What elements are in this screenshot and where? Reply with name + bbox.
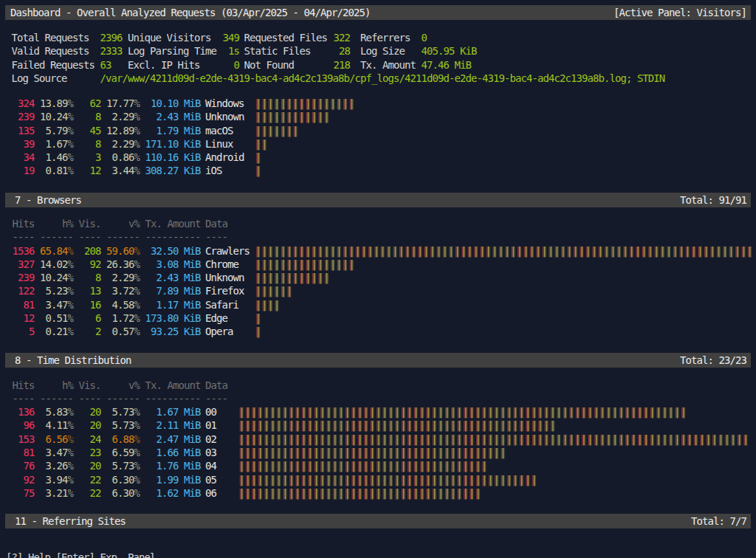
percent-sign: % [134,97,140,109]
hits-cell: 5 [12,325,35,338]
data-label: Opera [205,325,233,338]
visitors-percent-cell: 6.59% [106,446,140,459]
percent-sign: % [134,245,140,257]
footer-shortcuts: [?] Help [Enter] Exp. Panel [6,551,155,558]
visitors-percent-cell: 59.60% [106,244,140,258]
summary-label: Log Parsing Time [128,44,216,58]
visitors-cell: 6 [78,311,101,325]
percent-sign: % [68,474,74,486]
summary-value: 63 [100,58,111,72]
percent-sign: % [134,326,140,337]
referring-sites-panel-header[interactable]: 11 - Referring Sites Total: 7/7 [5,514,751,528]
summary-value: 2396 [100,31,123,44]
hits-cell: 324 [12,97,35,110]
summary-value: 218 [333,58,351,72]
percent-sign: % [68,97,74,109]
data-label: 00 [205,405,216,418]
visitors-cell: 62 [78,97,101,110]
hits-cell: 76 [12,459,35,472]
hits-percent-cell: 3.26% [39,459,73,472]
percent-sign: % [68,125,74,137]
hits-bar: ||||||||||||||||||||||||||||||||||||||||… [238,405,687,418]
hits-cell: 96 [12,418,35,432]
tx-amount-cell: 110.16 KiB [145,151,201,164]
visitors-cell: 20 [78,459,101,472]
tx-amount-cell: 2.43 MiB [145,271,201,284]
percent-sign: % [68,487,74,499]
data-label: iOS [205,164,222,177]
hits-cell: 153 [12,433,35,446]
panel-title: 11 - Referring Sites [15,514,126,528]
col-header-tx-amount: Tx. Amount [145,217,201,230]
tx-amount-cell: 10.10 MiB [145,97,201,110]
tx-amount-cell: 1.79 MiB [145,124,201,137]
hits-percent-cell: 14.02% [39,258,73,271]
percent-sign: % [134,258,140,270]
hits-bar: || [255,137,268,151]
visitors-cell: 208 [78,244,101,258]
tx-amount-cell: 1.66 MiB [145,446,201,459]
percent-sign: % [68,165,74,176]
col-header-tx-amount: ---------- [145,392,201,405]
hits-cell: 239 [12,110,35,123]
col-header-hits: ---- [12,230,35,244]
percent-sign: % [68,299,74,311]
hits-cell: 34 [12,151,35,164]
data-label: 04 [205,459,216,472]
browsers-panel-header[interactable]: 7 - Browsers Total: 91/91 [5,193,751,207]
col-header-vpct: v% [106,217,140,230]
percent-sign: % [134,125,140,137]
percent-sign: % [134,285,140,297]
tx-amount-cell: 2.47 MiB [145,433,201,446]
hits-bar: ||||||||||||||||||||||||||||||||||||||| [238,486,481,500]
hits-bar: |||| [255,298,281,311]
hits-cell: 75 [12,486,35,500]
col-header-visitors: ---- [78,392,101,405]
summary-value: /var/www/4211d09d-e2de-4319-bac4-ad4c2c1… [100,72,665,85]
hits-percent-cell: 13.89% [39,97,73,110]
data-label: Android [205,151,244,164]
percent-sign: % [68,406,74,418]
percent-sign: % [134,165,140,176]
percent-sign: % [68,447,74,458]
summary-label: Total Requests [12,31,89,44]
data-label: Crawlers [205,244,250,258]
percent-sign: % [134,433,140,445]
data-label: 06 [205,486,216,500]
data-label: 02 [205,433,216,446]
hits-bar: | [255,325,261,338]
goaccess-dashboard: Dashboard - Overall Analyzed Requests (0… [0,0,756,558]
data-label: Safari [205,298,238,311]
percent-sign: % [68,272,74,283]
time-distribution-panel-header[interactable]: 8 - Time Distribution Total: 23/23 [5,353,751,368]
visitors-percent-cell: 12.89% [106,124,140,137]
visitors-cell: 22 [78,486,101,500]
hits-bar: | [255,311,261,325]
summary-label: Failed Requests [12,58,94,72]
summary-label: Log Size [360,44,405,58]
tx-amount-cell: 1.76 MiB [145,459,201,472]
data-label: Unknown [205,110,244,123]
hits-bar: |||||| [255,284,293,297]
title-bar: Dashboard - Overall Analyzed Requests (0… [5,5,751,20]
data-label: 05 [205,473,216,486]
visitors-percent-cell: 17.77% [106,97,140,110]
hits-percent-cell: 1.67% [39,137,73,151]
visitors-cell: 8 [78,137,101,151]
visitors-cell: 8 [78,271,101,284]
hits-percent-cell: 65.84% [39,244,73,258]
visitors-percent-cell: 3.44% [106,164,140,177]
hits-percent-cell: 0.51% [39,311,73,325]
percent-sign: % [68,460,74,472]
visitors-cell: 13 [78,284,101,297]
hits-percent-cell: 5.23% [39,284,73,297]
col-header-hpct: ------ [39,230,73,244]
col-header-vpct: ------ [106,392,140,405]
hits-cell: 122 [12,284,35,297]
summary-value: 322 [333,31,351,44]
active-panel-indicator: [Active Panel: Visitors] [614,6,746,19]
percent-sign: % [134,312,140,324]
hits-bar: |||||||||||||||||||||||||||||||||||||||| [238,459,487,472]
visitors-cell: 24 [78,433,101,446]
hits-bar: |||||||||||||||| [255,258,355,271]
